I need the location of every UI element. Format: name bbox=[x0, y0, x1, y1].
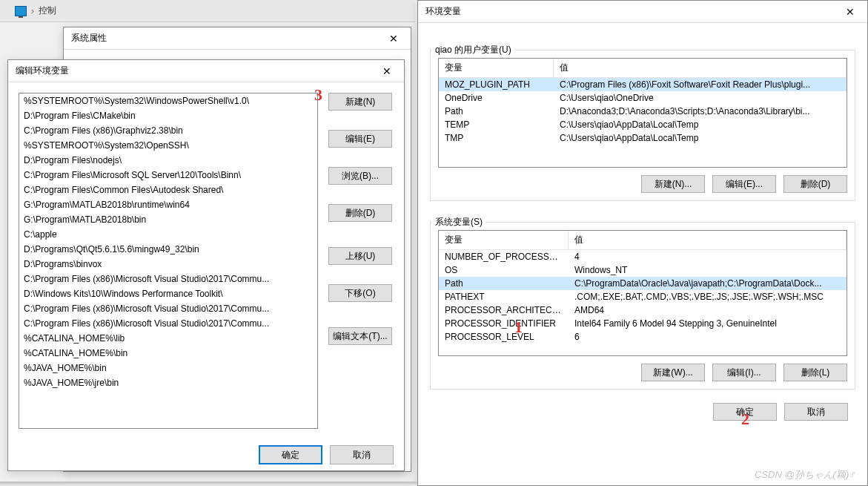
user-vars-group: qiao 的用户变量(U) 变量 值 MOZ_PLUGIN_PATHC:\Pro… bbox=[430, 50, 855, 201]
sysprops-titlebar: 系统属性 ✕ bbox=[64, 27, 411, 50]
close-icon[interactable]: ✕ bbox=[382, 30, 405, 47]
chevron-right-icon: › bbox=[31, 6, 34, 16]
sys-delete-button[interactable]: 删除(L) bbox=[783, 364, 847, 381]
path-item[interactable]: G:\Program\MATLAB2018b\runtime\win64 bbox=[19, 197, 317, 212]
col-value[interactable]: 值 bbox=[569, 231, 847, 249]
cell-var: OS bbox=[439, 263, 569, 277]
table-row[interactable]: PathC:\ProgramData\Oracle\Java\javapath;… bbox=[439, 277, 847, 290]
cell-var: MOZ_PLUGIN_PATH bbox=[439, 78, 554, 91]
edittext-button[interactable]: 编辑文本(T)... bbox=[328, 327, 392, 345]
editenv-titlebar: 编辑环境变量 ✕ bbox=[8, 60, 404, 82]
path-item[interactable]: D:\Windows Kits\10\Windows Performance T… bbox=[19, 286, 317, 301]
envvars-titlebar: 环境变量 ✕ bbox=[418, 1, 867, 23]
editenv-side-buttons: 新建(N) 编辑(E) 浏览(B)... 删除(D) 上移(U) 下移(O) 编… bbox=[328, 93, 394, 429]
path-item[interactable]: %SYSTEMROOT%\System32\OpenSSH\ bbox=[19, 138, 317, 153]
editenv-title: 编辑环境变量 bbox=[16, 65, 69, 77]
cell-var: TEMP bbox=[439, 118, 554, 131]
cell-val: C:\Program Files (x86)\Foxit Software\Fo… bbox=[554, 78, 847, 91]
table-row[interactable]: TMPC:\Users\qiao\AppData\Local\Temp bbox=[439, 131, 847, 145]
sys-new-button[interactable]: 新建(W)... bbox=[641, 364, 705, 381]
table-row[interactable]: PathD:\Anaconda3;D:\Anaconda3\Scripts;D:… bbox=[439, 105, 847, 118]
close-icon[interactable]: ✕ bbox=[839, 3, 861, 21]
path-item[interactable]: D:\Program Files\nodejs\ bbox=[19, 153, 317, 168]
cancel-button[interactable]: 取消 bbox=[330, 445, 394, 464]
path-item[interactable]: C:\Program Files (x86)\Microsoft Visual … bbox=[19, 272, 317, 286]
cell-var: Path bbox=[439, 105, 554, 118]
path-item[interactable]: %SYSTEMROOT%\System32\WindowsPowerShell\… bbox=[19, 93, 317, 108]
path-item[interactable]: %JAVA_HOME%\bin bbox=[19, 361, 317, 375]
path-item[interactable]: %CATALINA_HOME%\bin bbox=[19, 346, 317, 361]
path-item[interactable]: D:\Programs\Qt\Qt5.6.1\5.6\mingw49_32\bi… bbox=[19, 242, 317, 257]
cell-val: 6 bbox=[569, 330, 847, 344]
table-row[interactable]: TEMPC:\Users\qiao\AppData\Local\Temp bbox=[439, 118, 847, 131]
table-row[interactable]: PATHEXT.COM;.EXE;.BAT;.CMD;.VBS;.VBE;.JS… bbox=[439, 290, 847, 303]
path-item[interactable]: C:\apple bbox=[19, 227, 317, 242]
table-row[interactable]: PROCESSOR_IDENTIFIERIntel64 Family 6 Mod… bbox=[439, 317, 847, 330]
path-item[interactable]: C:\Program Files\Common Files\Autodesk S… bbox=[19, 183, 317, 197]
cell-val: Windows_NT bbox=[569, 263, 847, 277]
path-item[interactable]: C:\Program Files (x86)\Microsoft Visual … bbox=[19, 316, 317, 331]
user-vars-label: qiao 的用户变量(U) bbox=[432, 44, 514, 56]
sys-vars-table[interactable]: 变量 值 NUMBER_OF_PROCESSORS4OSWindows_NTPa… bbox=[438, 230, 847, 356]
cell-var: NUMBER_OF_PROCESSORS bbox=[439, 250, 569, 263]
moveup-button[interactable]: 上移(U) bbox=[328, 247, 392, 265]
path-item[interactable]: G:\Program\MATLAB2018b\bin bbox=[19, 212, 317, 227]
path-item[interactable]: D:\Programs\binvox bbox=[19, 257, 317, 272]
sysprops-title: 系统属性 bbox=[71, 32, 107, 45]
path-item[interactable]: D:\Program Files\CMake\bin bbox=[19, 108, 317, 123]
cell-var: OneDrive bbox=[439, 91, 554, 105]
sys-edit-button[interactable]: 编辑(I)... bbox=[712, 364, 776, 381]
close-icon[interactable]: ✕ bbox=[376, 62, 398, 80]
cell-var: TMP bbox=[439, 131, 554, 145]
path-item[interactable]: %CATALINA_HOME%\lib bbox=[19, 331, 317, 346]
path-item[interactable]: C:\Program Files\Microsoft SQL Server\12… bbox=[19, 168, 317, 183]
sys-vars-label: 系统变量(S) bbox=[432, 216, 486, 229]
edit-env-dialog: 编辑环境变量 ✕ %SYSTEMROOT%\System32\WindowsPo… bbox=[7, 59, 405, 471]
table-row[interactable]: NUMBER_OF_PROCESSORS4 bbox=[439, 250, 847, 263]
explorer-breadcrumb: › 控制 bbox=[0, 0, 415, 22]
breadcrumb-label[interactable]: 控制 bbox=[39, 4, 56, 17]
table-row[interactable]: PROCESSOR_ARCHITECT...AMD64 bbox=[439, 303, 847, 317]
edit-button[interactable]: 编辑(E) bbox=[328, 130, 392, 148]
delete-button[interactable]: 删除(D) bbox=[328, 204, 392, 222]
cell-var: PROCESSOR_IDENTIFIER bbox=[439, 317, 569, 330]
user-new-button[interactable]: 新建(N)... bbox=[641, 175, 705, 193]
cancel-button[interactable]: 取消 bbox=[784, 403, 848, 421]
path-item[interactable]: C:\Program Files (x86)\Microsoft Visual … bbox=[19, 301, 317, 316]
env-vars-dialog: 环境变量 ✕ qiao 的用户变量(U) 变量 值 MOZ_PLUGIN_PAT… bbox=[417, 0, 868, 486]
path-item[interactable]: %JAVA_HOME%\jre\bin bbox=[19, 375, 317, 390]
path-listbox[interactable]: %SYSTEMROOT%\System32\WindowsPowerShell\… bbox=[19, 93, 318, 429]
cell-val: 4 bbox=[569, 250, 847, 263]
cell-val: C:\Users\qiao\OneDrive bbox=[554, 91, 847, 105]
cell-val: Intel64 Family 6 Model 94 Stepping 3, Ge… bbox=[569, 317, 847, 330]
cell-val: C:\Users\qiao\AppData\Local\Temp bbox=[554, 131, 847, 145]
envvars-title: 环境变量 bbox=[425, 5, 461, 18]
monitor-icon bbox=[15, 6, 27, 16]
new-button[interactable]: 新建(N) bbox=[328, 93, 392, 111]
ok-button[interactable]: 确定 bbox=[713, 403, 777, 421]
sys-vars-group: 系统变量(S) 变量 值 NUMBER_OF_PROCESSORS4OSWind… bbox=[430, 222, 855, 390]
table-row[interactable]: PROCESSOR_LEVEL6 bbox=[439, 330, 847, 344]
browse-button[interactable]: 浏览(B)... bbox=[328, 167, 392, 185]
col-variable[interactable]: 变量 bbox=[439, 59, 554, 77]
cell-val: .COM;.EXE;.BAT;.CMD;.VBS;.VBE;.JS;.JSE;.… bbox=[569, 290, 847, 303]
col-value[interactable]: 值 bbox=[554, 59, 847, 77]
cell-var: PATHEXT bbox=[439, 290, 569, 303]
path-item[interactable]: C:\Program Files (x86)\Graphviz2.38\bin bbox=[19, 123, 317, 138]
user-edit-button[interactable]: 编辑(E)... bbox=[712, 175, 776, 193]
table-row[interactable]: MOZ_PLUGIN_PATHC:\Program Files (x86)\Fo… bbox=[439, 78, 847, 91]
cell-var: PROCESSOR_LEVEL bbox=[439, 330, 569, 344]
cell-val: D:\Anaconda3;D:\Anaconda3\Scripts;D:\Ana… bbox=[554, 105, 847, 118]
movedown-button[interactable]: 下移(O) bbox=[328, 284, 392, 302]
cell-var: PROCESSOR_ARCHITECT... bbox=[439, 303, 569, 317]
col-variable[interactable]: 变量 bbox=[439, 231, 569, 249]
user-delete-button[interactable]: 删除(D) bbox=[783, 175, 847, 193]
cell-val: C:\ProgramData\Oracle\Java\javapath;C:\P… bbox=[569, 277, 847, 290]
cell-val: C:\Users\qiao\AppData\Local\Temp bbox=[554, 118, 847, 131]
taskbar-edge bbox=[0, 482, 417, 486]
user-vars-table[interactable]: 变量 值 MOZ_PLUGIN_PATHC:\Program Files (x8… bbox=[438, 58, 847, 168]
table-row[interactable]: OSWindows_NT bbox=[439, 263, 847, 277]
cell-val: AMD64 bbox=[569, 303, 847, 317]
ok-button[interactable]: 确定 bbox=[259, 445, 322, 464]
table-row[interactable]: OneDriveC:\Users\qiao\OneDrive bbox=[439, 91, 847, 105]
